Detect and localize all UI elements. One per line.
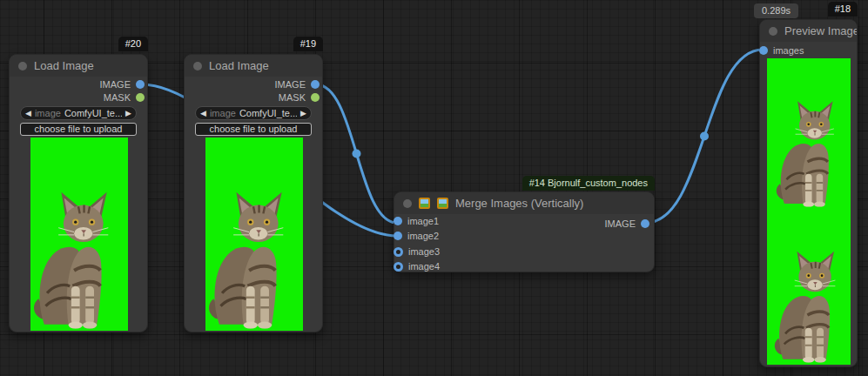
wire-midpoint-dot: [353, 150, 361, 158]
input-slot-label: image2: [407, 231, 439, 241]
cat-image: [31, 186, 117, 329]
wire-midpoint-dot: [700, 132, 709, 141]
node-title-bar[interactable]: Load Image: [185, 55, 322, 77]
loaded-image-thumbnail: [205, 138, 303, 331]
input-slot-image3: image3: [394, 245, 440, 258]
node-title: Merge Images (Vertically): [455, 197, 583, 210]
output-slot-image: IMAGE: [100, 78, 145, 91]
combo-widget-value: ComfyUI_te...: [239, 108, 297, 118]
input-slot-image4: image4: [394, 260, 440, 272]
collapse-dot[interactable]: [193, 62, 202, 70]
output-slot-label: MASK: [104, 92, 131, 103]
image2-input-dot[interactable]: [394, 232, 402, 240]
cat-image-bottom: [772, 246, 842, 363]
node-id-badge-14: #14 Bjornulf_custom_nodes: [522, 176, 655, 191]
collapse-dot[interactable]: [769, 27, 777, 36]
preview-image-node-18[interactable]: Preview Image images: [759, 19, 858, 367]
choose-file-button[interactable]: choose file to upload: [195, 123, 312, 136]
image3-input-dot[interactable]: [394, 247, 403, 257]
mask-output-dot[interactable]: [311, 93, 320, 102]
input-slot-label: images: [773, 45, 804, 56]
image-output-dot[interactable]: [136, 80, 145, 89]
output-slot-mask: MASK: [104, 91, 145, 104]
loaded-image-thumbnail: [30, 138, 128, 331]
image-output-dot[interactable]: [311, 80, 320, 89]
output-slot-image: IMAGE: [605, 218, 649, 230]
node-title: Preview Image: [784, 24, 857, 37]
node-title-bar[interactable]: Preview Image: [760, 20, 857, 42]
output-slot-label: IMAGE: [100, 79, 131, 90]
mask-output-dot[interactable]: [136, 93, 145, 102]
image-filename-combo[interactable]: ◀ image ComfyUI_te... ▶: [20, 106, 137, 120]
picture-icon: [419, 198, 430, 209]
load-image-node-20[interactable]: Load Image IMAGE MASK ◀ image ComfyUI_te…: [9, 54, 148, 332]
execution-time-badge: 0.289s: [754, 3, 798, 18]
images-input-dot[interactable]: [759, 46, 768, 55]
output-slot-label: IMAGE: [275, 79, 306, 90]
input-slot-image2: image2: [394, 230, 439, 242]
cat-image-top: [774, 97, 840, 207]
combo-widget-value: ComfyUI_te...: [64, 108, 122, 118]
node-id-badge-20: #20: [118, 37, 148, 51]
node-title-bar[interactable]: Load Image: [10, 55, 147, 77]
output-slot-label: MASK: [279, 92, 306, 103]
node-graph-canvas[interactable]: #20 #19 #14 Bjornulf_custom_nodes #18 0.…: [0, 0, 868, 376]
input-slot-label: image1: [407, 216, 439, 226]
input-slot-image1: image1: [394, 215, 439, 227]
input-slot-label: image3: [408, 246, 440, 257]
node-title-bar[interactable]: Merge Images (Vertically): [394, 192, 654, 214]
collapse-dot[interactable]: [403, 199, 412, 208]
image-output-dot[interactable]: [641, 219, 649, 228]
image4-input-dot[interactable]: [394, 262, 403, 272]
combo-widget-name: image: [210, 108, 236, 118]
cat-image: [206, 186, 292, 329]
combo-widget-name: image: [35, 108, 61, 118]
node-title: Load Image: [209, 59, 269, 72]
node-title: Load Image: [34, 59, 94, 72]
node-id-badge-18: #18: [828, 2, 858, 17]
input-slot-label: image4: [408, 261, 440, 272]
collapse-dot[interactable]: [18, 62, 27, 70]
load-image-node-19[interactable]: Load Image IMAGE MASK ◀ image ComfyUI_te…: [184, 54, 323, 332]
combo-prev-arrow-icon[interactable]: ◀: [25, 106, 31, 120]
combo-next-arrow-icon[interactable]: ▶: [300, 106, 306, 120]
image-filename-combo[interactable]: ◀ image ComfyUI_te... ▶: [195, 106, 312, 120]
choose-file-button[interactable]: choose file to upload: [20, 123, 137, 136]
combo-prev-arrow-icon[interactable]: ◀: [200, 106, 206, 120]
picture-icon: [437, 198, 448, 209]
image1-input-dot[interactable]: [394, 217, 402, 225]
combo-next-arrow-icon[interactable]: ▶: [125, 106, 131, 120]
output-slot-mask: MASK: [279, 91, 320, 104]
output-slot-label: IMAGE: [605, 218, 636, 229]
node-id-badge-19: #19: [293, 37, 323, 51]
input-slot-images: images: [759, 44, 804, 57]
output-slot-image: IMAGE: [275, 78, 320, 91]
merge-images-node-14[interactable]: Merge Images (Vertically) image1 image2 …: [394, 191, 655, 272]
preview-image-thumbnail: [767, 58, 851, 365]
